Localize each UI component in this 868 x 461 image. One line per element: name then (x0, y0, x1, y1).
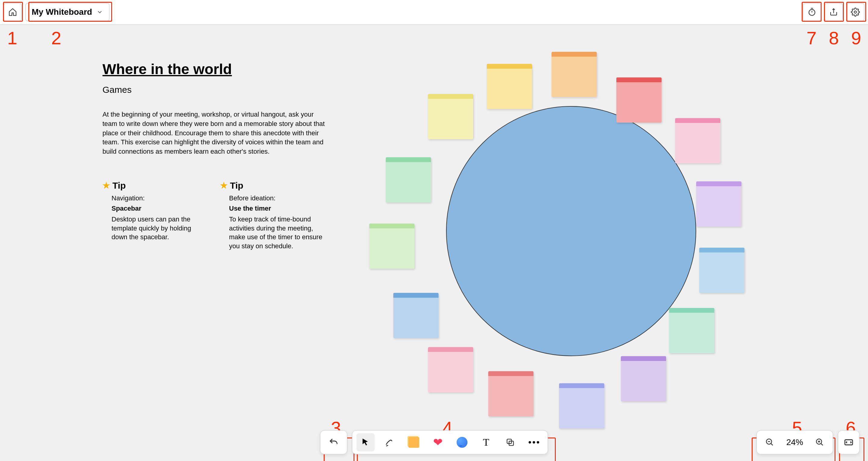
settings-button[interactable] (846, 3, 864, 21)
app-header: My Whiteboard (0, 0, 868, 25)
shapes-icon (505, 437, 515, 447)
undo-group (320, 430, 347, 454)
star-icon: ★ (220, 181, 227, 190)
fit-icon (844, 437, 854, 448)
zoom-controls: 24% (756, 430, 860, 454)
sticky-note[interactable] (559, 383, 604, 428)
more-icon: ••• (528, 437, 541, 448)
gear-icon (851, 7, 860, 17)
annotation-9: 9 (851, 28, 861, 49)
svg-point-1 (854, 11, 857, 13)
reaction-tool[interactable]: ❤ (429, 433, 447, 451)
more-tools[interactable]: ••• (525, 433, 544, 451)
chat-bubble-icon (457, 437, 467, 448)
share-icon (829, 7, 838, 17)
share-button[interactable] (825, 3, 843, 21)
sticky-note-icon (408, 437, 419, 448)
sticky-note[interactable] (621, 356, 666, 401)
zoom-in-icon (815, 438, 824, 447)
sticky-note[interactable] (428, 94, 473, 139)
sticky-note[interactable] (696, 181, 741, 226)
sticky-note[interactable] (552, 52, 597, 97)
svg-line-8 (821, 443, 823, 445)
heart-icon: ❤ (433, 436, 443, 449)
zoom-in-button[interactable] (812, 435, 827, 450)
template-title: Where in the world (102, 61, 332, 78)
annotation-2: 2 (51, 28, 61, 49)
globe-circle[interactable] (446, 106, 696, 356)
sticky-note[interactable] (675, 118, 720, 163)
whiteboard-canvas[interactable]: Where in the world Games At the beginnin… (0, 25, 868, 461)
sticky-note[interactable] (386, 157, 431, 203)
template-category: Games (102, 85, 332, 95)
fit-to-screen-button[interactable] (841, 435, 856, 450)
zoom-level[interactable]: 24% (783, 437, 807, 447)
sticky-note[interactable] (699, 248, 744, 293)
annotation-7: 7 (807, 28, 816, 49)
sticky-note[interactable] (669, 308, 714, 353)
sticky-note[interactable] (488, 371, 533, 417)
sticky-note-tool[interactable] (405, 433, 423, 451)
tools-group: ❤ T ••• (352, 430, 548, 454)
sticky-note[interactable] (393, 293, 438, 338)
board-title: My Whiteboard (32, 7, 92, 17)
home-button[interactable] (4, 3, 22, 21)
text-tool[interactable]: T (477, 433, 495, 451)
tip-timer: ★Tip Before ideation: Use the timer To k… (220, 181, 326, 251)
chevron-down-icon (96, 9, 103, 16)
zoom-out-icon (765, 438, 774, 447)
home-icon (8, 7, 17, 17)
zoom-out-button[interactable] (762, 435, 777, 450)
template-description: At the beginning of your meeting, worksh… (102, 110, 326, 156)
tip-navigation: ★Tip Navigation: Spacebar Desktop users … (102, 181, 208, 251)
template-info-panel: Where in the world Games At the beginnin… (102, 61, 332, 251)
timer-icon (807, 7, 816, 17)
select-tool[interactable] (356, 433, 375, 451)
ink-tool[interactable] (381, 433, 399, 451)
annotation-1: 1 (7, 28, 17, 49)
undo-button[interactable] (324, 433, 343, 451)
svg-line-5 (771, 443, 773, 445)
board-title-dropdown[interactable]: My Whiteboard (25, 3, 110, 21)
timer-button[interactable] (803, 3, 821, 21)
sticky-note[interactable] (369, 223, 414, 269)
shapes-tool[interactable] (501, 433, 519, 451)
undo-icon (329, 437, 339, 448)
comment-tool[interactable] (453, 433, 471, 451)
sticky-note[interactable] (616, 78, 661, 123)
annotation-8: 8 (829, 28, 839, 49)
cursor-icon (361, 438, 370, 447)
pen-icon (385, 437, 395, 447)
sticky-note[interactable] (487, 64, 532, 109)
text-icon: T (483, 437, 490, 448)
star-icon: ★ (102, 181, 110, 190)
bottom-toolbar: ❤ T ••• (320, 430, 548, 454)
sticky-note[interactable] (428, 347, 473, 392)
